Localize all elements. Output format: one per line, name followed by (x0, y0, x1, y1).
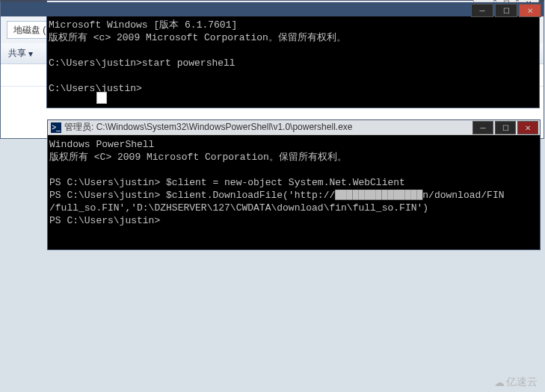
powershell-window: >_ 管理员: C:\Windows\System32\WindowsPower… (47, 119, 541, 250)
cmd-output[interactable]: Microsoft Windows [版本 6.1.7601] 版权所有 <c>… (47, 16, 539, 98)
share-button[interactable]: 共享 ▾ (8, 47, 33, 60)
ps-title: 管理员: C:\Windows\System32\WindowsPowerShe… (64, 121, 537, 134)
maximize-button[interactable]: ☐ (495, 4, 517, 17)
ps-output[interactable]: Windows PowerShell 版权所有 <C> 2009 Microso… (48, 135, 540, 230)
minimize-button[interactable]: ─ (471, 4, 493, 17)
maximize-button[interactable]: ☐ (495, 121, 516, 134)
watermark: ☁ 亿速云 (494, 376, 538, 389)
file-icon (96, 92, 107, 104)
watermark-icon: ☁ (494, 376, 505, 388)
explorer-title-bar[interactable]: ─ ☐ ✕ (1, 2, 544, 16)
close-button[interactable]: ✕ (519, 4, 541, 17)
ps-title-bar[interactable]: >_ 管理员: C:\Windows\System32\WindowsPower… (48, 120, 540, 135)
powershell-icon: >_ (51, 122, 61, 133)
minimize-button[interactable]: ─ (472, 121, 493, 134)
close-button[interactable]: ✕ (517, 121, 538, 134)
